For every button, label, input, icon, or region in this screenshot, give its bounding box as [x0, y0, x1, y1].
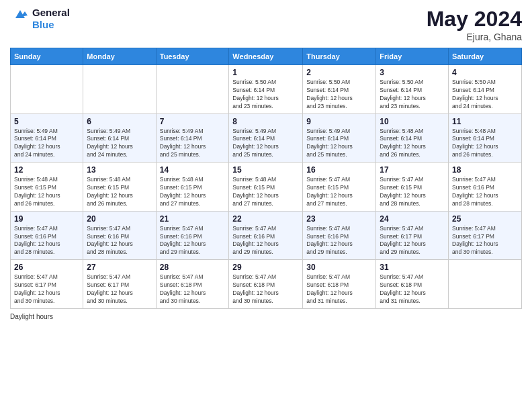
- logo-bird-icon: [10, 9, 30, 29]
- day-info: Sunrise: 5:47 AM Sunset: 6:15 PM Dayligh…: [380, 176, 445, 208]
- calendar-cell: [156, 65, 229, 114]
- calendar-cell: 12Sunrise: 5:48 AM Sunset: 6:15 PM Dayli…: [11, 163, 83, 212]
- day-number: 14: [160, 165, 226, 175]
- day-number: 9: [306, 117, 372, 126]
- day-number: 29: [232, 263, 299, 272]
- calendar-week-row: 26Sunrise: 5:47 AM Sunset: 6:17 PM Dayli…: [11, 260, 522, 309]
- day-number: 1: [232, 68, 299, 77]
- calendar-table: SundayMondayTuesdayWednesdayThursdayFrid…: [10, 48, 522, 309]
- day-info: Sunrise: 5:48 AM Sunset: 6:15 PM Dayligh…: [14, 176, 79, 208]
- footer-text: Daylight hours: [10, 313, 53, 320]
- calendar-day-header: Monday: [83, 48, 156, 65]
- day-number: 16: [306, 165, 372, 175]
- calendar-day-header: Thursday: [303, 48, 376, 65]
- footer: Daylight hours: [10, 313, 522, 320]
- page: General Blue May 2024 Ejura, Ghana Sunda…: [0, 0, 532, 411]
- day-number: 10: [380, 117, 445, 126]
- calendar-cell: 13Sunrise: 5:48 AM Sunset: 6:15 PM Dayli…: [83, 163, 156, 212]
- header: General Blue May 2024 Ejura, Ghana: [10, 7, 522, 42]
- day-number: 26: [14, 263, 79, 272]
- day-number: 22: [232, 214, 299, 224]
- day-number: 2: [306, 68, 372, 77]
- calendar-week-row: 12Sunrise: 5:48 AM Sunset: 6:15 PM Dayli…: [11, 163, 522, 212]
- logo-graphic: General Blue: [10, 7, 70, 31]
- calendar-cell: 7Sunrise: 5:49 AM Sunset: 6:14 PM Daylig…: [156, 113, 229, 163]
- calendar-week-row: 1Sunrise: 5:50 AM Sunset: 6:14 PM Daylig…: [11, 65, 522, 114]
- calendar-cell: 28Sunrise: 5:47 AM Sunset: 6:18 PM Dayli…: [156, 260, 229, 309]
- day-number: 31: [380, 263, 445, 272]
- calendar-cell: 21Sunrise: 5:47 AM Sunset: 6:16 PM Dayli…: [156, 211, 229, 260]
- day-number: 27: [87, 263, 152, 272]
- day-info: Sunrise: 5:50 AM Sunset: 6:14 PM Dayligh…: [306, 79, 372, 111]
- calendar-cell: 4Sunrise: 5:50 AM Sunset: 6:14 PM Daylig…: [449, 65, 522, 114]
- day-info: Sunrise: 5:47 AM Sunset: 6:16 PM Dayligh…: [160, 225, 226, 257]
- calendar-cell: 29Sunrise: 5:47 AM Sunset: 6:18 PM Dayli…: [229, 260, 303, 309]
- calendar-cell: 3Sunrise: 5:50 AM Sunset: 6:14 PM Daylig…: [376, 65, 449, 114]
- day-number: 3: [380, 68, 445, 77]
- day-info: Sunrise: 5:47 AM Sunset: 6:16 PM Dayligh…: [14, 225, 79, 257]
- calendar-cell: 22Sunrise: 5:47 AM Sunset: 6:16 PM Dayli…: [229, 211, 303, 260]
- day-info: Sunrise: 5:47 AM Sunset: 6:18 PM Dayligh…: [232, 273, 299, 306]
- logo-line1: General: [32, 7, 70, 19]
- day-info: Sunrise: 5:48 AM Sunset: 6:14 PM Dayligh…: [452, 128, 518, 160]
- calendar-cell: 23Sunrise: 5:47 AM Sunset: 6:16 PM Dayli…: [303, 211, 376, 260]
- day-info: Sunrise: 5:47 AM Sunset: 6:17 PM Dayligh…: [87, 273, 152, 306]
- day-number: 4: [452, 68, 518, 77]
- day-info: Sunrise: 5:47 AM Sunset: 6:15 PM Dayligh…: [306, 176, 372, 208]
- day-info: Sunrise: 5:47 AM Sunset: 6:16 PM Dayligh…: [87, 225, 152, 257]
- day-number: 23: [306, 214, 372, 224]
- title-section: May 2024 Ejura, Ghana: [427, 7, 522, 42]
- calendar-cell: [11, 65, 83, 114]
- day-info: Sunrise: 5:49 AM Sunset: 6:14 PM Dayligh…: [232, 128, 299, 160]
- calendar-cell: 26Sunrise: 5:47 AM Sunset: 6:17 PM Dayli…: [11, 260, 83, 309]
- calendar-day-header: Tuesday: [156, 48, 229, 65]
- calendar-day-header: Saturday: [449, 48, 522, 65]
- calendar-cell: 2Sunrise: 5:50 AM Sunset: 6:14 PM Daylig…: [303, 65, 376, 114]
- calendar-cell: 11Sunrise: 5:48 AM Sunset: 6:14 PM Dayli…: [449, 113, 522, 163]
- calendar-cell: 5Sunrise: 5:49 AM Sunset: 6:14 PM Daylig…: [11, 113, 83, 163]
- month-title: May 2024: [427, 7, 522, 32]
- day-number: 18: [452, 165, 518, 175]
- calendar-cell: 1Sunrise: 5:50 AM Sunset: 6:14 PM Daylig…: [229, 65, 303, 114]
- day-info: Sunrise: 5:48 AM Sunset: 6:15 PM Dayligh…: [160, 176, 226, 208]
- day-number: 11: [452, 117, 518, 126]
- day-number: 19: [14, 214, 79, 224]
- day-number: 24: [380, 214, 445, 224]
- day-info: Sunrise: 5:47 AM Sunset: 6:16 PM Dayligh…: [306, 225, 372, 257]
- calendar-cell: 9Sunrise: 5:49 AM Sunset: 6:14 PM Daylig…: [303, 113, 376, 163]
- day-number: 12: [14, 165, 79, 175]
- day-info: Sunrise: 5:49 AM Sunset: 6:14 PM Dayligh…: [87, 128, 152, 160]
- day-number: 25: [452, 214, 518, 224]
- calendar-cell: 19Sunrise: 5:47 AM Sunset: 6:16 PM Dayli…: [11, 211, 83, 260]
- day-info: Sunrise: 5:47 AM Sunset: 6:18 PM Dayligh…: [380, 273, 445, 306]
- day-info: Sunrise: 5:47 AM Sunset: 6:16 PM Dayligh…: [452, 176, 518, 208]
- calendar-cell: 31Sunrise: 5:47 AM Sunset: 6:18 PM Dayli…: [376, 260, 449, 309]
- calendar-day-header: Friday: [376, 48, 449, 65]
- calendar-cell: 15Sunrise: 5:48 AM Sunset: 6:15 PM Dayli…: [229, 163, 303, 212]
- calendar-cell: 10Sunrise: 5:48 AM Sunset: 6:14 PM Dayli…: [376, 113, 449, 163]
- calendar-cell: 17Sunrise: 5:47 AM Sunset: 6:15 PM Dayli…: [376, 163, 449, 212]
- day-number: 20: [87, 214, 152, 224]
- day-info: Sunrise: 5:47 AM Sunset: 6:18 PM Dayligh…: [306, 273, 372, 306]
- day-number: 5: [14, 117, 79, 126]
- calendar-cell: 16Sunrise: 5:47 AM Sunset: 6:15 PM Dayli…: [303, 163, 376, 212]
- day-number: 8: [232, 117, 299, 126]
- calendar-cell: [83, 65, 156, 114]
- day-info: Sunrise: 5:48 AM Sunset: 6:15 PM Dayligh…: [232, 176, 299, 208]
- calendar-cell: 24Sunrise: 5:47 AM Sunset: 6:17 PM Dayli…: [376, 211, 449, 260]
- logo: General Blue: [10, 7, 70, 31]
- day-info: Sunrise: 5:47 AM Sunset: 6:16 PM Dayligh…: [232, 225, 299, 257]
- day-number: 6: [87, 117, 152, 126]
- day-number: 15: [232, 165, 299, 175]
- day-info: Sunrise: 5:48 AM Sunset: 6:15 PM Dayligh…: [87, 176, 152, 208]
- day-number: 21: [160, 214, 226, 224]
- day-info: Sunrise: 5:49 AM Sunset: 6:14 PM Dayligh…: [160, 128, 226, 160]
- calendar-cell: 6Sunrise: 5:49 AM Sunset: 6:14 PM Daylig…: [83, 113, 156, 163]
- day-number: 28: [160, 263, 226, 272]
- calendar-header-row: SundayMondayTuesdayWednesdayThursdayFrid…: [11, 48, 522, 65]
- day-info: Sunrise: 5:47 AM Sunset: 6:17 PM Dayligh…: [452, 225, 518, 257]
- calendar-cell: 8Sunrise: 5:49 AM Sunset: 6:14 PM Daylig…: [229, 113, 303, 163]
- calendar-cell: 14Sunrise: 5:48 AM Sunset: 6:15 PM Dayli…: [156, 163, 229, 212]
- day-info: Sunrise: 5:50 AM Sunset: 6:14 PM Dayligh…: [452, 79, 518, 111]
- day-number: 17: [380, 165, 445, 175]
